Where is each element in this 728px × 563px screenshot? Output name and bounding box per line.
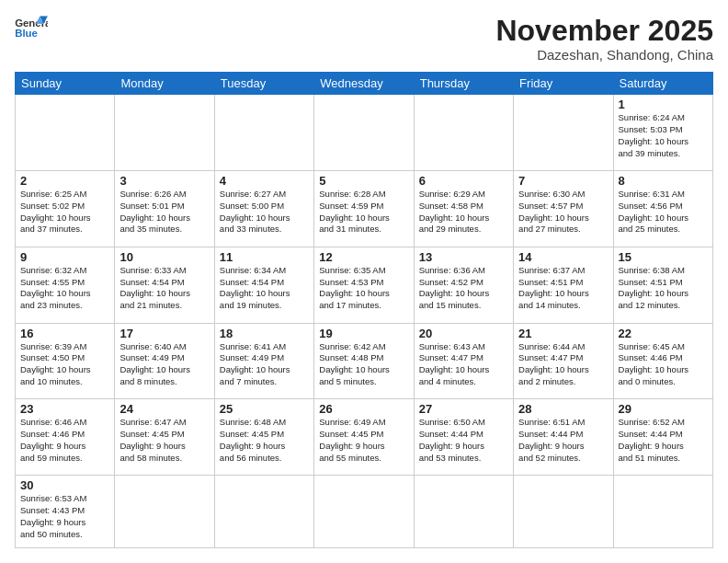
- day-number: 1: [619, 98, 708, 111]
- day-cell: 11Sunrise: 6:34 AMSunset: 4:54 PMDayligh…: [214, 247, 313, 323]
- day-cell: [115, 476, 214, 548]
- header-wednesday: Wednesday: [314, 73, 414, 95]
- day-info: Sunrise: 6:29 AMSunset: 4:58 PMDaylight:…: [419, 189, 508, 236]
- day-info: Sunrise: 6:41 AMSunset: 4:49 PMDaylight:…: [220, 341, 309, 388]
- day-number: 6: [419, 174, 508, 188]
- day-cell: 18Sunrise: 6:41 AMSunset: 4:49 PMDayligh…: [214, 323, 313, 399]
- day-cell: 8Sunrise: 6:31 AMSunset: 4:56 PMDaylight…: [613, 170, 712, 247]
- day-info: Sunrise: 6:51 AMSunset: 4:44 PMDaylight:…: [518, 417, 608, 464]
- calendar-table: Sunday Monday Tuesday Wednesday Thursday…: [15, 72, 713, 548]
- day-number: 20: [419, 327, 508, 340]
- day-cell: [613, 476, 712, 548]
- day-number: 13: [419, 250, 508, 264]
- title-block: November 2025 Dazeshan, Shandong, China: [495, 15, 713, 63]
- day-number: 7: [518, 174, 608, 188]
- day-cell: 6Sunrise: 6:29 AMSunset: 4:58 PMDaylight…: [414, 170, 513, 247]
- day-info: Sunrise: 6:37 AMSunset: 4:51 PMDaylight:…: [518, 265, 608, 312]
- header-tuesday: Tuesday: [214, 73, 313, 95]
- day-cell: [514, 476, 613, 548]
- day-number: 2: [20, 174, 109, 188]
- weekday-header-row: Sunday Monday Tuesday Wednesday Thursday…: [16, 73, 713, 95]
- day-cell: [16, 95, 115, 171]
- page: General Blue November 2025 Dazeshan, Sha…: [0, 0, 728, 563]
- logo: General Blue: [15, 15, 48, 42]
- day-cell: 21Sunrise: 6:44 AMSunset: 4:47 PMDayligh…: [514, 323, 613, 399]
- header-saturday: Saturday: [613, 73, 712, 95]
- month-title: November 2025: [495, 15, 713, 47]
- day-info: Sunrise: 6:52 AMSunset: 4:44 PMDaylight:…: [619, 417, 708, 464]
- day-info: Sunrise: 6:34 AMSunset: 4:54 PMDaylight:…: [220, 265, 309, 312]
- day-number: 8: [619, 174, 708, 188]
- day-info: Sunrise: 6:40 AMSunset: 4:49 PMDaylight:…: [119, 341, 209, 388]
- day-number: 27: [419, 402, 508, 416]
- day-cell: [314, 476, 414, 548]
- header-thursday: Thursday: [414, 73, 513, 95]
- day-number: 29: [619, 402, 708, 416]
- day-number: 15: [619, 250, 708, 264]
- day-number: 18: [220, 327, 309, 340]
- day-info: Sunrise: 6:46 AMSunset: 4:46 PMDaylight:…: [20, 417, 109, 464]
- day-info: Sunrise: 6:39 AMSunset: 4:50 PMDaylight:…: [20, 341, 109, 388]
- day-cell: 15Sunrise: 6:38 AMSunset: 4:51 PMDayligh…: [613, 247, 712, 323]
- day-info: Sunrise: 6:48 AMSunset: 4:45 PMDaylight:…: [220, 417, 309, 464]
- day-info: Sunrise: 6:33 AMSunset: 4:54 PMDaylight:…: [119, 265, 209, 312]
- day-number: 4: [220, 174, 309, 188]
- svg-text:Blue: Blue: [15, 28, 38, 39]
- day-cell: 27Sunrise: 6:50 AMSunset: 4:44 PMDayligh…: [414, 399, 513, 476]
- day-number: 3: [119, 174, 209, 188]
- day-number: 16: [20, 327, 109, 340]
- day-number: 5: [319, 174, 408, 188]
- day-info: Sunrise: 6:26 AMSunset: 5:01 PMDaylight:…: [119, 189, 209, 236]
- day-info: Sunrise: 6:38 AMSunset: 4:51 PMDaylight:…: [619, 265, 708, 312]
- general-blue-logo-icon: General Blue: [15, 15, 48, 42]
- week-row-4: 23Sunrise: 6:46 AMSunset: 4:46 PMDayligh…: [16, 399, 713, 476]
- day-number: 23: [20, 402, 109, 416]
- day-cell: [214, 476, 313, 548]
- day-cell: [314, 95, 414, 171]
- day-info: Sunrise: 6:53 AMSunset: 4:43 PMDaylight:…: [20, 493, 109, 540]
- day-info: Sunrise: 6:42 AMSunset: 4:48 PMDaylight:…: [319, 341, 408, 388]
- day-info: Sunrise: 6:44 AMSunset: 4:47 PMDaylight:…: [518, 341, 608, 388]
- day-info: Sunrise: 6:45 AMSunset: 4:46 PMDaylight:…: [619, 341, 708, 388]
- day-cell: 7Sunrise: 6:30 AMSunset: 4:57 PMDaylight…: [514, 170, 613, 247]
- day-cell: 14Sunrise: 6:37 AMSunset: 4:51 PMDayligh…: [514, 247, 613, 323]
- day-cell: 12Sunrise: 6:35 AMSunset: 4:53 PMDayligh…: [314, 247, 414, 323]
- day-info: Sunrise: 6:25 AMSunset: 5:02 PMDaylight:…: [20, 189, 109, 236]
- day-cell: [115, 95, 214, 171]
- day-cell: 2Sunrise: 6:25 AMSunset: 5:02 PMDaylight…: [16, 170, 115, 247]
- day-cell: 19Sunrise: 6:42 AMSunset: 4:48 PMDayligh…: [314, 323, 414, 399]
- day-cell: 17Sunrise: 6:40 AMSunset: 4:49 PMDayligh…: [115, 323, 214, 399]
- day-cell: 13Sunrise: 6:36 AMSunset: 4:52 PMDayligh…: [414, 247, 513, 323]
- day-info: Sunrise: 6:24 AMSunset: 5:03 PMDaylight:…: [619, 112, 708, 159]
- day-number: 11: [220, 250, 309, 264]
- day-info: Sunrise: 6:47 AMSunset: 4:45 PMDaylight:…: [119, 417, 209, 464]
- day-cell: 23Sunrise: 6:46 AMSunset: 4:46 PMDayligh…: [16, 399, 115, 476]
- day-info: Sunrise: 6:50 AMSunset: 4:44 PMDaylight:…: [419, 417, 508, 464]
- day-number: 9: [20, 250, 109, 264]
- header-sunday: Sunday: [16, 73, 115, 95]
- day-cell: 20Sunrise: 6:43 AMSunset: 4:47 PMDayligh…: [414, 323, 513, 399]
- day-cell: [514, 95, 613, 171]
- day-info: Sunrise: 6:28 AMSunset: 4:59 PMDaylight:…: [319, 189, 408, 236]
- day-info: Sunrise: 6:31 AMSunset: 4:56 PMDaylight:…: [619, 189, 708, 236]
- day-number: 10: [119, 250, 209, 264]
- day-info: Sunrise: 6:32 AMSunset: 4:55 PMDaylight:…: [20, 265, 109, 312]
- day-cell: [214, 95, 313, 171]
- day-number: 28: [518, 402, 608, 416]
- day-cell: 9Sunrise: 6:32 AMSunset: 4:55 PMDaylight…: [16, 247, 115, 323]
- day-info: Sunrise: 6:35 AMSunset: 4:53 PMDaylight:…: [319, 265, 408, 312]
- day-cell: [414, 476, 513, 548]
- day-cell: 5Sunrise: 6:28 AMSunset: 4:59 PMDaylight…: [314, 170, 414, 247]
- day-number: 14: [518, 250, 608, 264]
- week-row-1: 2Sunrise: 6:25 AMSunset: 5:02 PMDaylight…: [16, 170, 713, 247]
- day-cell: 25Sunrise: 6:48 AMSunset: 4:45 PMDayligh…: [214, 399, 313, 476]
- day-number: 30: [20, 478, 109, 492]
- header-friday: Friday: [514, 73, 613, 95]
- week-row-3: 16Sunrise: 6:39 AMSunset: 4:50 PMDayligh…: [16, 323, 713, 399]
- day-info: Sunrise: 6:36 AMSunset: 4:52 PMDaylight:…: [419, 265, 508, 312]
- day-cell: 29Sunrise: 6:52 AMSunset: 4:44 PMDayligh…: [613, 399, 712, 476]
- week-row-2: 9Sunrise: 6:32 AMSunset: 4:55 PMDaylight…: [16, 247, 713, 323]
- week-row-0: 1Sunrise: 6:24 AMSunset: 5:03 PMDaylight…: [16, 95, 713, 171]
- day-info: Sunrise: 6:27 AMSunset: 5:00 PMDaylight:…: [220, 189, 309, 236]
- location: Dazeshan, Shandong, China: [495, 47, 713, 63]
